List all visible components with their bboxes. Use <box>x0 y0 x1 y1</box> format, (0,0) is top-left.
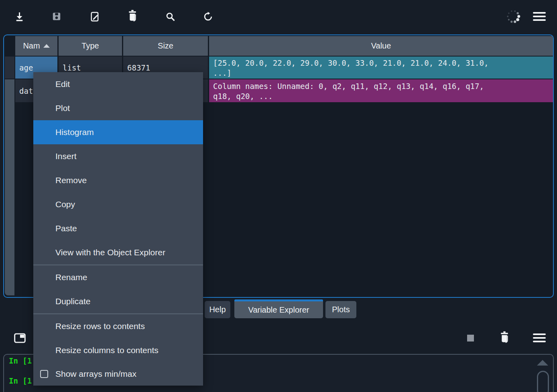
spinner-icon <box>506 9 520 24</box>
gutter-scrollbar-thumb[interactable] <box>5 79 14 295</box>
menu-item-plot[interactable]: Plot <box>33 96 203 120</box>
menu-label: Rename <box>55 273 87 282</box>
scrollbar-thumb[interactable] <box>537 371 549 392</box>
scrollbar-up-arrow[interactable] <box>537 360 548 366</box>
menu-label: Copy <box>55 200 75 209</box>
search-icon <box>165 11 176 22</box>
save-data-as-icon <box>89 11 100 22</box>
menu-item-edit[interactable]: Edit <box>33 72 203 96</box>
menu-label: Plot <box>55 103 70 113</box>
console-prompt: In [1 <box>9 356 32 365</box>
value-line: Column names: Unnamed: 0, q2, q11, q12, … <box>213 81 484 91</box>
import-data-icon <box>14 11 25 22</box>
menu-item-remove[interactable]: Remove <box>33 168 203 192</box>
remove-variable-button[interactable] <box>124 7 141 24</box>
console-stop-button[interactable] <box>461 329 479 347</box>
menu-label: Histogram <box>55 127 94 137</box>
value-line: [25.0, 20.0, 22.0, 29.0, 30.0, 33.0, 21.… <box>213 58 488 68</box>
loading-spinner <box>504 8 522 25</box>
tab-variable-explorer-label: Variable Explorer <box>248 305 309 315</box>
header-name-label: Nam <box>23 41 40 51</box>
value-line: ...] <box>213 68 232 78</box>
menu-item-insert[interactable]: Insert <box>33 144 203 168</box>
hamburger-icon <box>533 12 546 21</box>
sort-ascending-icon <box>43 44 50 48</box>
tab-help-label: Help <box>209 305 226 314</box>
new-window-icon <box>14 333 26 343</box>
header-size[interactable]: Size <box>123 36 208 56</box>
menu-item-copy[interactable]: Copy <box>33 192 203 216</box>
tab-help[interactable]: Help <box>205 301 230 318</box>
options-menu-button[interactable] <box>531 8 548 25</box>
tab-plots[interactable]: Plots <box>325 301 356 318</box>
menu-item-rename[interactable]: Rename <box>33 265 203 289</box>
menu-item-resize-columns[interactable]: Resize columns to contents <box>33 338 203 362</box>
checkbox-unchecked-icon[interactable] <box>40 370 48 378</box>
menu-label: View with the Object Explorer <box>55 248 165 257</box>
console-new-window-button[interactable] <box>11 329 28 347</box>
menu-label: Show arrays min/max <box>55 369 136 379</box>
variable-name: dat <box>19 87 33 95</box>
value-line: q18, q20, ... <box>213 91 273 101</box>
trash-icon <box>127 10 138 22</box>
search-button[interactable] <box>161 8 179 25</box>
save-data-icon <box>51 11 62 22</box>
variable-context-menu: Edit Plot Histogram Insert Remove Copy P… <box>33 72 203 386</box>
console-remove-all-button[interactable] <box>496 328 513 346</box>
menu-label: Resize rows to contents <box>55 321 145 331</box>
tab-plots-label: Plots <box>332 305 350 314</box>
variable-explorer-toolbar <box>0 0 557 34</box>
menu-label: Edit <box>55 79 70 89</box>
header-type-label: Type <box>81 41 99 51</box>
console-options-menu-button[interactable] <box>531 329 548 347</box>
save-data-as-button[interactable] <box>86 8 104 25</box>
variable-name: age <box>19 63 33 72</box>
tab-variable-explorer[interactable]: Variable Explorer <box>234 299 323 318</box>
console-prompt: In [1 <box>9 376 32 385</box>
header-size-label: Size <box>158 41 173 51</box>
header-value-label: Value <box>371 41 391 51</box>
menu-label: Paste <box>55 224 77 233</box>
menu-label: Insert <box>55 152 77 161</box>
menu-label: Remove <box>55 176 87 185</box>
cell-value-age[interactable]: [25.0, 20.0, 22.0, 29.0, 30.0, 33.0, 21.… <box>209 57 553 79</box>
header-type[interactable]: Type <box>59 36 122 56</box>
menu-item-paste[interactable]: Paste <box>33 216 203 240</box>
menu-label: Duplicate <box>55 297 91 306</box>
menu-item-view-object-explorer[interactable]: View with the Object Explorer <box>33 240 203 265</box>
import-data-button[interactable] <box>10 8 28 25</box>
refresh-icon <box>203 11 213 22</box>
menu-item-show-arrays-minmax[interactable]: Show arrays min/max <box>33 362 203 386</box>
gutter-row-segment <box>5 57 14 79</box>
header-name[interactable]: Nam <box>15 36 57 56</box>
trash-icon <box>499 331 510 344</box>
menu-item-duplicate[interactable]: Duplicate <box>33 289 203 313</box>
variable-size: 68371 <box>127 63 150 72</box>
table-header-row: Nam Type Size Value <box>15 36 553 56</box>
save-data-button[interactable] <box>48 8 65 25</box>
hamburger-icon <box>533 333 546 342</box>
stop-icon <box>467 335 474 341</box>
variable-type: list <box>63 63 81 72</box>
header-value[interactable]: Value <box>209 36 553 56</box>
menu-item-resize-rows[interactable]: Resize rows to contents <box>33 314 203 338</box>
cell-value-data[interactable]: Column names: Unnamed: 0, q2, q11, q12, … <box>209 79 553 102</box>
menu-item-histogram[interactable]: Histogram <box>33 120 203 144</box>
menu-label: Resize columns to contents <box>55 346 159 355</box>
table-left-gutter[interactable] <box>5 57 14 295</box>
refresh-button[interactable] <box>199 8 217 25</box>
